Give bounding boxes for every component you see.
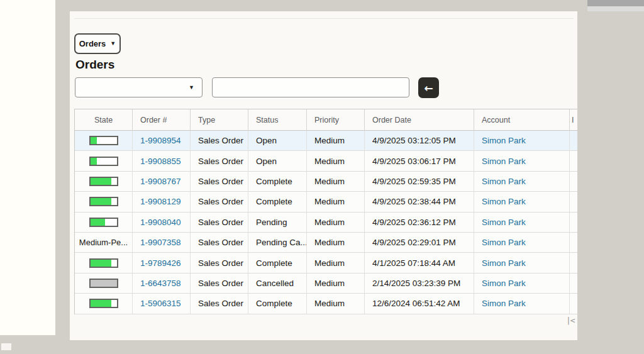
order-date: 4/9/2025 03:12:05 PM: [372, 136, 456, 145]
order-date-cell: 4/9/2025 03:12:05 PM: [365, 131, 474, 151]
orders-menu-button-label: Orders: [79, 39, 106, 48]
order-number-link[interactable]: 1-9908040: [140, 218, 181, 227]
order-status: Complete: [256, 197, 292, 206]
column-header-type[interactable]: Type: [191, 109, 248, 131]
table-body: 1-9908954Sales OrderOpenMedium4/9/2025 0…: [75, 131, 577, 314]
account-link[interactable]: Simon Park: [482, 177, 526, 186]
state-cell: [75, 172, 133, 192]
table-header: StateOrder #TypeStatusPriorityOrder Date…: [75, 109, 577, 131]
table-row[interactable]: 1-9908767Sales OrderCompleteMedium4/9/20…: [75, 172, 577, 192]
top-divider: [74, 18, 574, 19]
column-header-status[interactable]: Status: [248, 109, 307, 131]
column-header-order-[interactable]: Order #: [133, 109, 191, 131]
state-progress-fill: [91, 178, 112, 185]
order-number-link[interactable]: 1-9789426: [140, 258, 181, 268]
table-row[interactable]: 1-9908129Sales OrderCompleteMedium4/9/20…: [75, 192, 577, 212]
account-link[interactable]: Simon Park: [482, 258, 526, 268]
column-header-state[interactable]: State: [75, 109, 133, 131]
order-number-link[interactable]: 1-9908767: [140, 177, 181, 186]
order-status-cell: Pending Ca...: [248, 233, 307, 253]
order-status-cell: Complete: [248, 294, 307, 314]
order-number-link[interactable]: 1-9908855: [140, 157, 181, 166]
search-input[interactable]: [212, 77, 409, 97]
order-date: 4/9/2025 02:29:01 PM: [372, 238, 456, 247]
table-row[interactable]: 1-6643758Sales OrderCancelledMedium2/14/…: [75, 274, 577, 294]
order-number-link-cell: 1-9907358: [133, 233, 191, 253]
order-type: Sales Order: [198, 238, 243, 247]
order-priority: Medium: [314, 157, 345, 166]
order-number-link[interactable]: 1-9908129: [140, 197, 181, 206]
table-row[interactable]: Medium-Pe...1-9907358Sales OrderPending …: [75, 233, 577, 253]
order-type: Sales Order: [198, 197, 243, 206]
state-progress-bar: [89, 136, 118, 145]
order-number-link[interactable]: 1-9908954: [140, 136, 181, 145]
first-page-button[interactable]: |<: [566, 316, 575, 325]
left-side-panel: [0, 0, 55, 335]
order-priority: Medium: [314, 136, 345, 145]
chevron-down-icon: ▼: [189, 85, 194, 91]
order-date-cell: 4/9/2025 02:38:44 PM: [365, 192, 474, 212]
order-priority-cell: Medium: [307, 172, 365, 192]
order-type: Sales Order: [198, 177, 243, 186]
account-link-cell: Simon Park: [474, 131, 570, 151]
order-number-link-cell: 1-9908767: [133, 172, 191, 192]
partial-window-titlebar: [587, 0, 644, 6]
table-row[interactable]: 1-9908954Sales OrderOpenMedium4/9/2025 0…: [75, 131, 577, 151]
order-type-cell: Sales Order: [191, 253, 248, 273]
state-cell: Medium-Pe...: [75, 233, 133, 253]
account-link[interactable]: Simon Park: [482, 279, 526, 288]
submit-search-button[interactable]: ←: [418, 77, 439, 98]
order-priority: Medium: [314, 177, 345, 186]
order-number-link[interactable]: 1-6643758: [140, 279, 181, 288]
order-date: 4/1/2025 07:18:44 AM: [372, 258, 455, 268]
state-progress-fill: [91, 198, 112, 205]
column-header-priority[interactable]: Priority: [307, 109, 365, 131]
state-progress-fill: [91, 300, 112, 307]
filter-select[interactable]: ▼: [75, 77, 203, 97]
order-type-cell: Sales Order: [191, 151, 248, 171]
account-link[interactable]: Simon Park: [482, 197, 526, 206]
table-row[interactable]: 1-5906315Sales OrderCompleteMedium12/6/2…: [75, 294, 577, 314]
order-type: Sales Order: [198, 218, 243, 227]
order-date: 4/9/2025 02:38:44 PM: [372, 197, 456, 206]
order-type-cell: Sales Order: [191, 192, 248, 212]
order-status: Complete: [256, 299, 292, 308]
order-date-cell: 4/9/2025 03:06:17 PM: [365, 151, 474, 171]
account-link[interactable]: Simon Park: [482, 157, 526, 166]
order-status: Cancelled: [256, 279, 294, 288]
table-row[interactable]: 1-9789426Sales OrderCompleteMedium4/1/20…: [75, 253, 577, 273]
orders-menu-button[interactable]: Orders ▼: [74, 33, 121, 54]
column-header-clipped: I: [570, 109, 577, 131]
column-header-account[interactable]: Account: [474, 109, 570, 131]
table-row[interactable]: 1-9908855Sales OrderOpenMedium4/9/2025 0…: [75, 151, 577, 171]
order-status: Pending: [256, 218, 287, 227]
account-link[interactable]: Simon Park: [482, 238, 526, 247]
account-link[interactable]: Simon Park: [482, 218, 526, 227]
order-type-cell: Sales Order: [191, 213, 248, 233]
order-status: Pending Ca...: [256, 238, 307, 247]
column-header-order-date[interactable]: Order Date: [365, 109, 474, 131]
state-progress-bar: [89, 218, 118, 227]
state-progress-fill: [91, 137, 97, 144]
order-status-cell: Complete: [248, 172, 307, 192]
order-status: Open: [256, 136, 277, 145]
order-status-cell: Complete: [248, 253, 307, 273]
order-priority: Medium: [314, 238, 345, 247]
order-date-cell: 4/9/2025 02:36:12 PM: [365, 213, 474, 233]
account-link-cell: Simon Park: [474, 233, 570, 253]
table-row[interactable]: 1-9908040Sales OrderPendingMedium4/9/202…: [75, 213, 577, 233]
clipped-cell: [570, 192, 577, 212]
order-number-link[interactable]: 1-9907358: [140, 238, 181, 247]
state-cell: [75, 131, 133, 151]
order-status-cell: Complete: [248, 192, 307, 212]
account-link-cell: Simon Park: [474, 294, 570, 314]
order-number-link[interactable]: 1-5906315: [140, 299, 181, 308]
page-title: Orders: [75, 58, 114, 72]
order-type-cell: Sales Order: [191, 233, 248, 253]
order-status: Complete: [256, 258, 292, 268]
account-link[interactable]: Simon Park: [482, 136, 526, 145]
order-priority-cell: Medium: [307, 131, 365, 151]
account-link[interactable]: Simon Park: [482, 299, 526, 308]
order-number-link-cell: 1-9908855: [133, 151, 191, 171]
clipped-cell: [570, 233, 577, 253]
